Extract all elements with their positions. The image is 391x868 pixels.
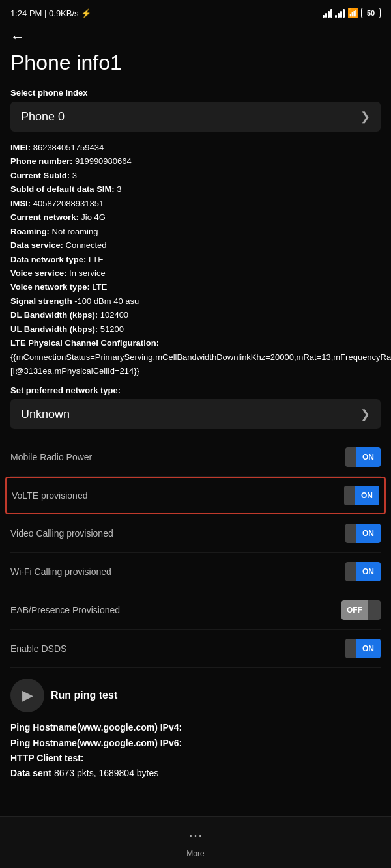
ping-info-block: Ping Hostname(www.google.com) IPv4: Ping… [10,720,381,780]
preferred-network-label: Set preferred network type: [10,385,381,395]
toggle-section: Mobile Radio Power ON VoLTE provisioned … [10,438,381,668]
status-icons: 📶 50 [323,8,381,18]
mobile-radio-power-row: Mobile Radio Power ON [10,438,381,477]
subid-default-row: SubId of default data SIM: 3 [10,182,381,196]
ping-ipv4-row: Ping Hostname(www.google.com) IPv4: [10,720,381,735]
run-ping-icon: ▶ [10,679,44,712]
signal-icon [323,8,332,18]
status-speed: 0.9KB/s [49,8,79,18]
eab-presence-provisioned-row: EAB/Presence Provisioned OFF [10,591,381,630]
preferred-network-value: Unknown [21,408,70,421]
http-client-row: HTTP Client test: [10,751,381,766]
mobile-radio-power-toggle[interactable]: ON [345,447,381,467]
page-title: Phone info1 [10,51,381,75]
video-calling-provisioned-row: Video Calling provisioned ON [10,514,381,553]
eab-presence-provisioned-label: EAB/Presence Provisioned [10,605,120,615]
data-service-row: Data service: Connected [10,238,381,252]
run-ping-button[interactable]: ▶ Run ping test [10,679,117,712]
data-sent-row: Data sent 8673 pkts, 1689804 bytes [10,766,381,781]
more-icon: ⋯ [188,827,203,844]
run-ping-label: Run ping test [51,690,117,701]
video-calling-provisioned-label: Video Calling provisioned [10,528,113,539]
current-subid-row: Current SubId: 3 [10,169,381,182]
data-network-type-row: Data network type: LTE [10,253,381,266]
voice-network-type-row: Voice network type: LTE [10,280,381,294]
content-area: Select phone index Phone 0 ❯ IMEI: 86238… [0,88,391,839]
imsi-row: IMSI: 405872088931351 [10,197,381,210]
enable-dsds-toggle[interactable]: ON [345,639,381,658]
current-network-row: Current network: Jio 4G [10,210,381,224]
signal-strength-row: Signal strength -100 dBm 40 asu [10,294,381,308]
video-calling-provisioned-toggle[interactable]: ON [345,524,381,543]
volte-provisioned-label: VoLTE provisioned [12,490,87,501]
ping-section: ▶ Run ping test Ping Hostname(www.google… [10,679,381,780]
wifi-calling-provisioned-toggle[interactable]: ON [345,562,381,581]
ping-ipv6-row: Ping Hostname(www.google.com) IPv6: [10,736,381,751]
mobile-radio-power-label: Mobile Radio Power [10,452,92,462]
battery-icon: 50 [361,8,381,18]
status-time: 1:24 PM [10,8,42,18]
dl-bandwidth-row: DL Bandwidth (kbps): 102400 [10,308,381,322]
more-label: More [186,849,204,858]
back-button[interactable]: ← [10,29,25,46]
preferred-network-dropdown[interactable]: Unknown ❯ [10,399,381,429]
bottom-nav[interactable]: ⋯ More [0,816,391,868]
imei-row: IMEI: 862384051759434 [10,141,381,154]
chevron-right-icon: ❯ [360,109,370,124]
phone-index-label: Select phone index [10,88,381,98]
signal-icon-2 [335,8,345,18]
phone-info-block: IMEI: 862384051759434 Phone number: 9199… [10,141,381,378]
phone-index-dropdown[interactable]: Phone 0 ❯ [10,102,381,132]
header: ← Phone info1 [0,23,391,88]
volte-provisioned-toggle[interactable]: ON [344,486,379,505]
voice-service-row: Voice service: In service [10,266,381,280]
enable-dsds-row: Enable DSDS ON [10,630,381,668]
wifi-calling-provisioned-row: Wi-Fi Calling provisioned ON [10,553,381,591]
enable-dsds-label: Enable DSDS [10,643,66,654]
eab-presence-provisioned-toggle[interactable]: OFF [341,600,381,620]
wifi-calling-provisioned-label: Wi-Fi Calling provisioned [10,567,111,577]
status-bar: 1:24 PM | 0.9KB/s ⚡ 📶 50 [0,0,391,23]
wifi-icon: 📶 [347,8,358,18]
status-time-speed: 1:24 PM | 0.9KB/s ⚡ [10,8,91,18]
lte-physical-row: LTE Physical Channel Configuration: {{mC… [10,336,381,378]
phone-index-value: Phone 0 [21,110,65,124]
phone-number-row: Phone number: 919990980664 [10,154,381,168]
volte-provisioned-row: VoLTE provisioned ON [5,477,386,514]
ul-bandwidth-row: UL Bandwidth (kbps): 51200 [10,322,381,336]
roaming-row: Roaming: Not roaming [10,225,381,238]
chevron-right-icon-2: ❯ [360,407,370,421]
